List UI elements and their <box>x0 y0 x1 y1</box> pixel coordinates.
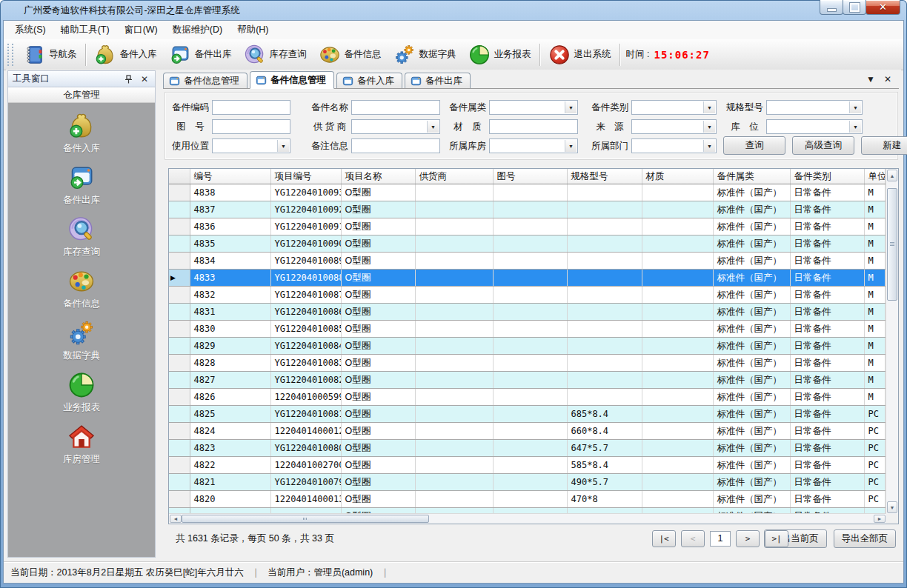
toolbar-parts-out-button[interactable]: 备件出库 <box>163 41 238 68</box>
close-button[interactable]: ✕ <box>866 0 900 15</box>
menu-item-1[interactable]: 辅助工具(T) <box>53 21 117 39</box>
tab-list-dropdown-icon[interactable]: ▼ <box>866 75 875 84</box>
row-indicator-cell[interactable] <box>169 321 190 338</box>
chevron-down-icon[interactable]: ▼ <box>565 101 577 113</box>
table-row[interactable]: 4832YG12204010087O型圈标准件（国产）日常备件M <box>169 287 885 304</box>
input-备件编码[interactable] <box>212 100 290 115</box>
table-row[interactable]: 4836YG12204010091O型圈标准件（国产）日常备件M <box>169 218 885 235</box>
combo-备件类别[interactable]: ▼ <box>631 100 717 115</box>
column-header-0[interactable]: 编号 <box>190 169 270 184</box>
table-row[interactable]: 4837YG12204010092O型圈标准件（国产）日常备件M <box>169 201 885 218</box>
table-row[interactable]: 4828YG12204010083O型圈标准件（国产）日常备件M <box>169 355 885 372</box>
column-header-8[interactable]: 备件类别 <box>790 169 864 184</box>
input-图号[interactable] <box>212 119 290 134</box>
row-indicator-cell[interactable] <box>169 201 190 218</box>
column-header-5[interactable]: 规格型号 <box>567 169 642 184</box>
column-header-3[interactable]: 供货商 <box>415 169 493 184</box>
horizontal-scrollbar[interactable]: ◄ ► <box>169 513 886 524</box>
tab-0[interactable]: 备件信息管理 <box>163 73 247 88</box>
chevron-down-icon[interactable]: ▼ <box>427 121 439 133</box>
table-row[interactable]: 48201220401400013O型圈470*8标准件（国产）日常备件PC <box>169 491 885 508</box>
table-row[interactable]: 4825YG12204010081O型圈685*8.4标准件（国产）日常备件PC <box>169 406 885 423</box>
table-row[interactable]: ▶4833YG12204010088O型圈标准件（国产）日常备件M <box>169 270 885 287</box>
table-row[interactable]: 4835YG12204010090O型圈标准件（国产）日常备件M <box>169 235 885 253</box>
row-indicator-cell[interactable] <box>169 304 190 321</box>
column-header-1[interactable]: 项目编号 <box>270 169 341 184</box>
row-indicator-cell[interactable] <box>169 406 190 423</box>
first-page-button[interactable]: |< <box>652 530 676 547</box>
combo-使用位置[interactable]: ▼ <box>212 138 290 153</box>
row-indicator-cell[interactable] <box>169 491 190 508</box>
chevron-down-icon[interactable]: ▼ <box>277 140 289 152</box>
tab-3[interactable]: 备件出库 <box>405 73 471 88</box>
toolbar-parts-in-button[interactable]: 备件入库 <box>88 41 163 68</box>
row-indicator-cell[interactable] <box>169 423 190 440</box>
row-indicator-cell[interactable] <box>169 457 190 474</box>
column-header-7[interactable]: 备件属类 <box>713 169 790 184</box>
minimize-button[interactable] <box>820 0 843 15</box>
row-indicator-cell[interactable] <box>169 253 190 270</box>
table-row[interactable]: 4821YG12204010079O型圈490*5.7标准件（国产）日常备件PC <box>169 474 885 491</box>
table-row[interactable]: 4838YG12204010093O型圈标准件（国产）日常备件M <box>169 184 885 201</box>
chevron-down-icon[interactable]: ▼ <box>565 140 577 152</box>
row-indicator-cell[interactable] <box>169 474 190 491</box>
toolbar-parts-info-button[interactable]: 备件信息 <box>313 41 388 68</box>
table-row[interactable]: 4829YG12204010084O型圈标准件（国产）日常备件M <box>169 338 885 355</box>
maximize-button[interactable] <box>843 0 866 15</box>
input-材质[interactable] <box>489 119 578 134</box>
table-row[interactable]: 48241220401400012O型圈660*8.4标准件（国产）日常备件PC <box>169 423 885 440</box>
row-indicator-cell[interactable] <box>169 389 190 406</box>
menu-item-3[interactable]: 数据维护(D) <box>165 21 230 39</box>
combo-来源[interactable]: ▼ <box>631 119 717 134</box>
row-indicator-cell[interactable] <box>169 338 190 355</box>
sidebar-item-warehouse-manage[interactable]: 库房管理 <box>26 423 137 466</box>
combo-库位[interactable]: ▼ <box>766 119 863 134</box>
tab-1-active[interactable]: 备件信息管理 <box>250 71 334 89</box>
input-备件名称[interactable] <box>351 100 440 115</box>
chevron-down-icon[interactable]: ▼ <box>703 121 715 133</box>
chevron-down-icon[interactable]: ▼ <box>849 121 861 133</box>
current-page-input[interactable]: 1 <box>710 531 731 547</box>
horizontal-scroll-thumb[interactable] <box>182 515 429 523</box>
export-all-pages-button[interactable]: 导出全部页 <box>834 529 897 548</box>
combo-所属部门[interactable]: ▼ <box>631 138 717 153</box>
scroll-down-icon[interactable]: ▼ <box>887 501 897 513</box>
row-indicator-cell[interactable]: ▶ <box>169 270 190 287</box>
sidebar-item-data-dictionary[interactable]: 数据字典 <box>26 319 137 362</box>
advanced-query-button[interactable]: 高级查询 <box>792 136 854 155</box>
scroll-left-icon[interactable]: ◄ <box>170 515 182 523</box>
chevron-down-icon[interactable]: ▼ <box>849 101 861 113</box>
combo-所属库房[interactable]: ▼ <box>489 138 578 153</box>
next-page-button[interactable]: > <box>736 530 760 547</box>
toolbar-business-report-button[interactable]: 业务报表 <box>462 41 537 68</box>
scroll-up-icon[interactable]: ▲ <box>887 170 897 181</box>
row-indicator-cell[interactable] <box>169 287 190 304</box>
chevron-down-icon[interactable]: ▼ <box>703 101 715 113</box>
sidebar-close-icon[interactable]: ✕ <box>139 73 150 84</box>
table-row[interactable]: 4830YG12204010085O型圈标准件（国产）日常备件M <box>169 321 885 338</box>
scroll-right-icon[interactable]: ► <box>874 515 886 523</box>
column-header-4[interactable]: 图号 <box>493 169 567 184</box>
table-row[interactable]: 4823YG12204010080O型圈647*5.7标准件（国产）日常备件PC <box>169 440 885 457</box>
new-button[interactable]: 新建 <box>861 136 907 155</box>
input-备注信息[interactable] <box>351 138 440 153</box>
sidebar-item-parts-info[interactable]: 备件信息 <box>26 267 137 310</box>
vertical-scroll-thumb[interactable] <box>887 188 897 301</box>
chevron-down-icon[interactable]: ▼ <box>703 140 715 152</box>
tab-close-icon[interactable]: ✕ <box>884 75 891 84</box>
table-row[interactable]: 4827YG12204010082O型圈标准件（国产）日常备件M <box>169 372 885 389</box>
toolbar-navigator-button[interactable]: 导航条 <box>17 41 83 68</box>
table-row[interactable]: 4834YG12204010089O型圈标准件（国产）日常备件M <box>169 253 885 270</box>
row-indicator-cell[interactable] <box>169 184 190 201</box>
combo-供货商[interactable]: ▼ <box>351 119 440 134</box>
menu-item-4[interactable]: 帮助(H) <box>230 21 276 39</box>
combo-备件属类[interactable]: ▼ <box>489 100 578 115</box>
row-indicator-cell[interactable] <box>169 235 190 253</box>
menu-item-2[interactable]: 窗口(W) <box>117 21 165 39</box>
toolbar-exit-system-button[interactable]: 退出系统 <box>542 41 617 68</box>
sidebar-item-business-report[interactable]: 业务报表 <box>26 371 137 414</box>
last-page-button[interactable]: >| <box>765 530 788 547</box>
combo-规格型号[interactable]: ▼ <box>766 100 863 115</box>
column-header-9[interactable]: 单位 <box>864 169 885 184</box>
table-row[interactable]: 4831YG12204010086O型圈标准件（国产）日常备件M <box>169 304 885 321</box>
